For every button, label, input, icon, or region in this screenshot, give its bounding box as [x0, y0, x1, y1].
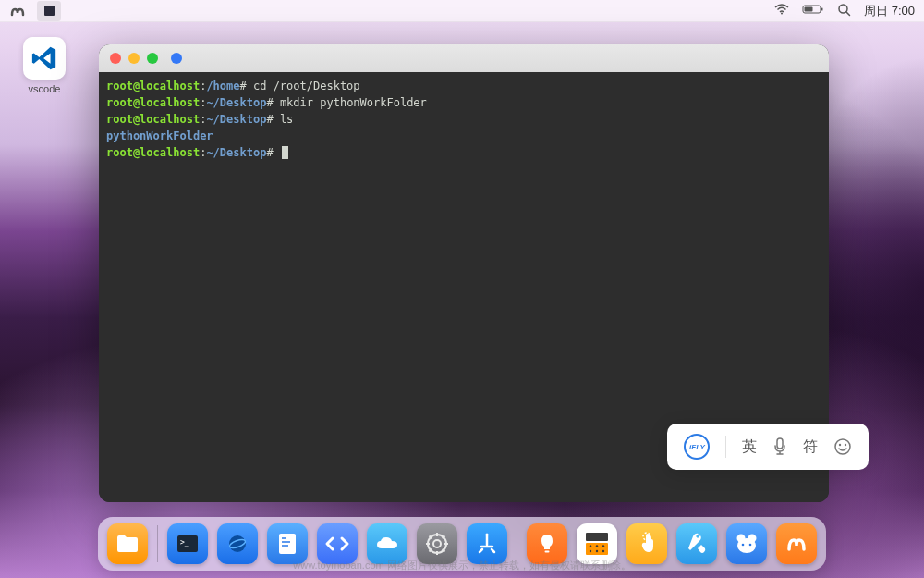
dock-settings[interactable]: [417, 523, 457, 564]
svg-point-36: [596, 550, 598, 552]
dock-cloud[interactable]: [367, 523, 407, 564]
svg-point-7: [835, 439, 850, 454]
svg-point-8: [838, 444, 840, 446]
emoji-icon[interactable]: [833, 437, 852, 456]
svg-text:>_: >_: [180, 538, 189, 547]
svg-rect-29: [545, 551, 550, 553]
dock-app-last[interactable]: [776, 523, 817, 564]
dock-divider: [157, 525, 158, 562]
desktop-icon-label: vscode: [29, 83, 61, 94]
ime-symbol-toggle[interactable]: 符: [803, 437, 818, 457]
svg-point-41: [748, 535, 757, 543]
svg-point-42: [742, 544, 745, 547]
desktop-icon-vscode[interactable]: vscode: [18, 37, 70, 94]
terminal-line: pythonWorkFolder: [106, 128, 821, 144]
dock-terminal[interactable]: >_: [167, 523, 208, 564]
maximize-button[interactable]: [147, 53, 158, 64]
dock-editor[interactable]: [267, 523, 308, 564]
vscode-icon: [23, 37, 66, 80]
dock: >_: [98, 517, 826, 571]
svg-rect-2: [805, 7, 813, 12]
wifi-icon[interactable]: [774, 4, 789, 18]
svg-rect-30: [586, 533, 608, 541]
battery-icon[interactable]: [802, 4, 824, 18]
svg-line-5: [846, 12, 850, 16]
menubar: 周日 7:00: [0, 0, 924, 22]
svg-point-40: [737, 535, 746, 543]
svg-point-34: [602, 545, 604, 547]
ime-toolbar[interactable]: iFLY 英 符: [667, 424, 869, 470]
minimize-button[interactable]: [128, 53, 140, 64]
svg-rect-6: [777, 438, 783, 449]
ime-logo-icon[interactable]: iFLY: [684, 434, 710, 460]
dock-divider: [517, 525, 517, 562]
svg-point-35: [590, 550, 591, 552]
dock-code[interactable]: [317, 523, 358, 564]
svg-point-32: [590, 545, 591, 547]
svg-rect-14: [279, 534, 296, 554]
app-menu-icon[interactable]: [9, 3, 26, 19]
svg-point-28: [486, 534, 489, 536]
terminal-line: root@localhost:~/Desktop# ls: [106, 111, 821, 128]
svg-point-37: [602, 550, 604, 552]
search-icon[interactable]: [837, 3, 851, 19]
dock-touch[interactable]: [626, 523, 667, 564]
svg-point-9: [844, 444, 845, 446]
terminal-line: root@localhost:/home# cd /root/Desktop: [106, 78, 821, 94]
menubar-tab[interactable]: [37, 1, 61, 21]
dock-files[interactable]: [107, 523, 148, 564]
extra-button[interactable]: [171, 53, 182, 64]
dock-browser[interactable]: [217, 523, 258, 564]
svg-point-19: [433, 540, 441, 547]
dock-tools[interactable]: [676, 523, 717, 564]
terminal-cursor: [282, 146, 288, 159]
divider: [725, 436, 726, 458]
svg-point-33: [596, 545, 598, 547]
tab-square-icon: [44, 6, 55, 16]
svg-rect-31: [586, 543, 608, 555]
dock-mascot[interactable]: [726, 523, 767, 564]
ime-lang-toggle[interactable]: 英: [742, 437, 757, 457]
microphone-icon[interactable]: [772, 437, 787, 456]
svg-point-43: [749, 544, 752, 547]
dock-tips[interactable]: [527, 523, 567, 564]
dock-appstore[interactable]: [467, 523, 507, 564]
clock-label[interactable]: 周日 7:00: [864, 3, 915, 19]
window-titlebar[interactable]: [99, 44, 829, 72]
terminal-line: root@localhost:~/Desktop# mkdir pythonWo…: [106, 94, 821, 111]
close-button[interactable]: [110, 53, 121, 64]
terminal-line: root@localhost:~/Desktop#: [106, 144, 821, 161]
dock-calculator[interactable]: [577, 523, 617, 564]
svg-point-0: [781, 13, 783, 15]
svg-rect-3: [821, 8, 823, 11]
